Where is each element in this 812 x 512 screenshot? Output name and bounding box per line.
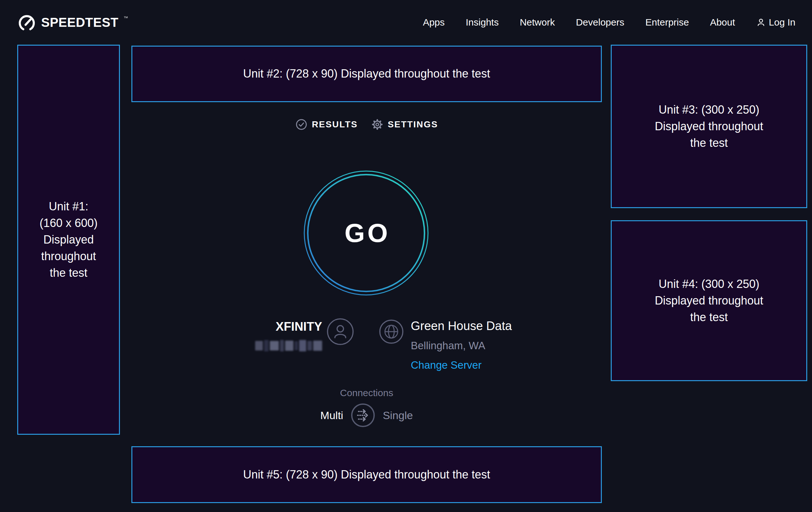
main-nav: Apps Insights Network Developers Enterpr… bbox=[423, 17, 795, 28]
results-label: RESULTS bbox=[312, 119, 358, 130]
redacted-ip bbox=[253, 340, 322, 352]
server-name: Green House Data bbox=[411, 319, 512, 333]
top-nav-bar: SPEEDTEST ™ Apps Insights Network Develo… bbox=[17, 0, 795, 45]
nav-insights[interactable]: Insights bbox=[466, 17, 498, 28]
nav-enterprise[interactable]: Enterprise bbox=[645, 17, 689, 28]
nav-about[interactable]: About bbox=[710, 17, 735, 28]
logo-wordmark: SPEEDTEST bbox=[41, 15, 118, 30]
logo-trademark: ™ bbox=[123, 15, 128, 21]
ad-unit-3-text: Unit #3: (300 x 250) Displayed throughou… bbox=[655, 102, 763, 152]
speedtest-logo[interactable]: SPEEDTEST ™ bbox=[17, 12, 127, 32]
go-button[interactable]: GO bbox=[303, 170, 429, 296]
ad-unit-4-text: Unit #4: (300 x 250) Displayed throughou… bbox=[655, 276, 763, 326]
user-icon bbox=[756, 18, 766, 27]
ad-unit-1: Unit #1: (160 x 600) Displayed throughou… bbox=[17, 45, 120, 435]
go-label: GO bbox=[342, 218, 390, 248]
speedtest-gauge-icon bbox=[17, 12, 37, 32]
isp-name: XFINITY bbox=[223, 320, 322, 333]
ad-unit-1-text: Unit #1: (160 x 600) Displayed throughou… bbox=[39, 198, 97, 281]
login-link[interactable]: Log In bbox=[756, 17, 795, 28]
tab-settings[interactable]: SETTINGS bbox=[371, 118, 438, 131]
connections-single-option[interactable]: Single bbox=[383, 409, 413, 422]
connections-toggle-button[interactable] bbox=[351, 403, 375, 427]
speedtest-page: SPEEDTEST ™ Apps Insights Network Develo… bbox=[0, 0, 812, 512]
multi-connection-arrows-icon bbox=[351, 403, 375, 427]
server-globe-icon bbox=[379, 320, 403, 344]
nav-developers[interactable]: Developers bbox=[576, 17, 625, 28]
connections-row: Multi Single bbox=[132, 403, 602, 428]
results-check-icon bbox=[295, 118, 308, 131]
ad-unit-5-text: Unit #5: (728 x 90) Displayed throughout… bbox=[243, 466, 490, 483]
settings-label: SETTINGS bbox=[388, 119, 438, 130]
isp-person-icon bbox=[327, 318, 354, 345]
connections-label: Connections bbox=[132, 387, 602, 398]
tab-bar: RESULTS bbox=[132, 117, 602, 132]
server-location: Bellingham, WA bbox=[411, 340, 512, 352]
ad-unit-3: Unit #3: (300 x 250) Displayed throughou… bbox=[611, 45, 807, 208]
tab-results[interactable]: RESULTS bbox=[295, 118, 358, 131]
ad-unit-2: Unit #2: (728 x 90) Displayed throughout… bbox=[132, 46, 602, 102]
ad-unit-4: Unit #4: (300 x 250) Displayed throughou… bbox=[611, 220, 807, 381]
change-server-link[interactable]: Change Server bbox=[411, 359, 482, 371]
connections-multi-option[interactable]: Multi bbox=[320, 409, 343, 422]
settings-gear-icon bbox=[371, 118, 383, 131]
ad-unit-2-text: Unit #2: (728 x 90) Displayed throughout… bbox=[243, 65, 490, 82]
nav-network[interactable]: Network bbox=[520, 17, 555, 28]
server-info: Green House Data Bellingham, WA Change S… bbox=[411, 319, 512, 371]
ad-unit-5: Unit #5: (728 x 90) Displayed throughout… bbox=[132, 446, 602, 503]
nav-apps[interactable]: Apps bbox=[423, 17, 444, 28]
login-label: Log In bbox=[769, 17, 795, 28]
